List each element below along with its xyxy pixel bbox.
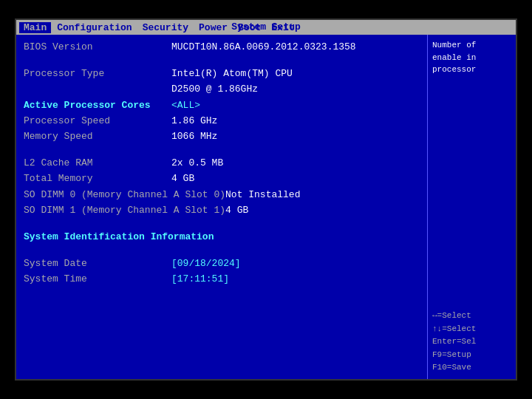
menu-item-power[interactable]: Power (194, 22, 232, 33)
total-memory-row: Total Memory 4 GB (24, 172, 420, 185)
key-hint-f10: F10=Save (432, 361, 511, 375)
bios-version-section: BIOS Version MUCDT10N.86A.0069.2012.0323… (24, 41, 420, 54)
system-date-row: System Date [09/18/2024] (24, 257, 420, 270)
side-info-line3: processor (432, 64, 511, 76)
active-cores-row: Active Processor Cores <ALL> (24, 99, 420, 112)
system-date-value[interactable]: [09/18/2024] (171, 257, 241, 270)
memory-speed-value: 1066 MHz (171, 130, 217, 143)
system-time-label: System Time (24, 273, 171, 286)
menu-item-main[interactable]: Main (19, 22, 51, 33)
processor-model-spacer (24, 83, 171, 96)
bios-version-label: BIOS Version (24, 41, 171, 54)
key-hint-select-lr: ↔=Select (432, 310, 511, 323)
active-cores-value: <ALL> (171, 99, 200, 112)
processor-model-value: D2500 @ 1.86GHz (171, 83, 258, 96)
processor-section: Processor Type Intel(R) Atom(TM) CPU D25… (24, 67, 420, 143)
so-dimm1-row: SO DIMM 1 (Memory Channel A Slot 1) 4 GB (24, 204, 420, 217)
datetime-section: System Date [09/18/2024] System Time [17… (24, 257, 420, 286)
bios-title: System Setup (231, 21, 301, 33)
memory-section: L2 Cache RAM 2x 0.5 MB Total Memory 4 GB… (24, 157, 420, 217)
l2-cache-value: 2x 0.5 MB (171, 157, 223, 170)
system-id-header: System Identification Information (24, 231, 214, 244)
processor-speed-label: Processor Speed (24, 115, 171, 128)
memory-speed-row: Memory Speed 1066 MHz (24, 130, 420, 143)
system-id-section: System Identification Information (24, 231, 420, 244)
key-hint-select-ud: ↑↓=Select (432, 323, 511, 336)
so-dimm0-label: SO DIMM 0 (Memory Channel A Slot 0) (24, 188, 225, 202)
processor-type-value: Intel(R) Atom(TM) CPU (171, 67, 293, 81)
system-date-label: System Date (24, 257, 171, 270)
active-cores-label: Active Processor Cores (24, 99, 171, 112)
bios-version-row: BIOS Version MUCDT10N.86A.0069.2012.0323… (24, 41, 420, 54)
bios-version-value: MUCDT10N.86A.0069.2012.0323.1358 (171, 41, 356, 54)
l2-cache-row: L2 Cache RAM 2x 0.5 MB (24, 157, 420, 170)
bios-screen: Main Configuration Security Power Boot E… (15, 18, 517, 381)
key-hints: ↔=Select ↑↓=Select Enter=Sel F9=Setup F1… (432, 310, 511, 375)
processor-speed-row: Processor Speed 1.86 GHz (24, 115, 420, 128)
processor-type-label: Processor Type (24, 67, 171, 81)
so-dimm1-value: 4 GB (225, 204, 248, 217)
menu-item-configuration[interactable]: Configuration (52, 22, 136, 33)
system-id-header-row: System Identification Information (24, 231, 420, 244)
so-dimm0-row: SO DIMM 0 (Memory Channel A Slot 0) Not … (24, 188, 420, 202)
key-hint-enter: Enter=Sel (432, 335, 511, 349)
total-memory-label: Total Memory (24, 172, 171, 185)
side-info: Number of enable in processor (432, 39, 511, 76)
menu-bar: Main Configuration Security Power Boot E… (16, 20, 516, 35)
processor-model-row: D2500 @ 1.86GHz (24, 83, 420, 96)
menu-item-security[interactable]: Security (138, 22, 193, 33)
side-info-line2: enable in (432, 52, 511, 64)
system-time-row: System Time [17:11:51] (24, 273, 420, 286)
key-hint-f9: F9=Setup (432, 349, 511, 362)
so-dimm0-value: Not Installed (225, 188, 300, 202)
l2-cache-label: L2 Cache RAM (24, 157, 171, 170)
system-time-value[interactable]: [17:11:51] (171, 273, 229, 286)
memory-speed-label: Memory Speed (24, 130, 171, 143)
total-memory-value: 4 GB (171, 172, 194, 185)
main-panel: BIOS Version MUCDT10N.86A.0069.2012.0323… (16, 35, 427, 379)
content-area: BIOS Version MUCDT10N.86A.0069.2012.0323… (16, 35, 516, 379)
side-info-line1: Number of (432, 39, 511, 52)
side-panel: Number of enable in processor ↔=Select ↑… (427, 35, 516, 379)
so-dimm1-label: SO DIMM 1 (Memory Channel A Slot 1) (24, 204, 225, 217)
processor-speed-value: 1.86 GHz (171, 115, 217, 128)
processor-type-row: Processor Type Intel(R) Atom(TM) CPU (24, 67, 420, 81)
